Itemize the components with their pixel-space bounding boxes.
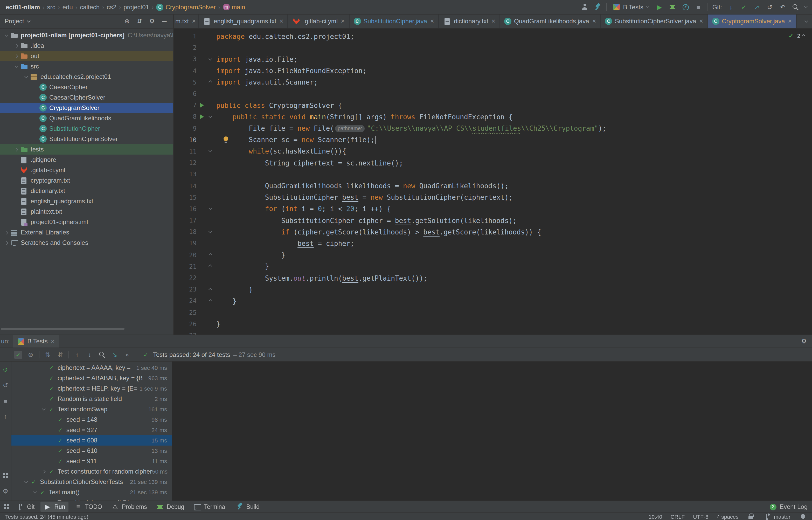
tree-toggle[interactable]	[12, 55, 20, 57]
code-editor[interactable]: 1package edu.caltech.cs2.project01;23imp…	[174, 28, 812, 335]
toolwindow-button-Debug[interactable]: Debug	[153, 501, 187, 512]
tree-item-Scratches and Consoles[interactable]: Scratches and Consoles	[0, 238, 173, 248]
code-text[interactable]: package edu.caltech.cs2.project01;	[214, 31, 812, 42]
scroll-up-icon[interactable]: ↑	[1, 412, 9, 421]
local-history-icon[interactable]: ↺	[766, 3, 774, 11]
test-row[interactable]: ✓seed = 61013 ms	[11, 446, 172, 456]
close-tab-icon[interactable]: ×	[430, 18, 434, 24]
show-ignored-icon[interactable]: ⊘	[26, 350, 35, 359]
search-everywhere-icon[interactable]	[791, 3, 800, 11]
layout-options-icon[interactable]	[1, 471, 9, 480]
toolwindow-button-Git[interactable]: Git	[13, 501, 37, 512]
code-text[interactable]: }	[214, 249, 812, 261]
run-line-icon[interactable]	[200, 103, 204, 108]
intention-bulb-icon[interactable]	[222, 136, 229, 144]
status-message[interactable]: Tests passed: 24 (45 minutes ago)	[5, 514, 88, 520]
readonly-lock-icon[interactable]	[747, 513, 755, 520]
fold-marker-icon[interactable]	[209, 149, 212, 153]
breadcrumb-item[interactable]: ect01-nllam	[4, 3, 42, 11]
tree-toggle[interactable]	[12, 44, 20, 47]
toolwindow-button-TODO[interactable]: ≡TODO	[71, 501, 105, 512]
close-tab-icon[interactable]: ×	[699, 18, 703, 24]
code-line-16[interactable]: 16 for (int i = 0; i < 20; i ++) {	[174, 203, 812, 215]
test-toggle[interactable]	[22, 480, 30, 483]
navigate-with-single-click-icon[interactable]	[98, 350, 106, 359]
git-update-icon[interactable]: ↓	[727, 3, 735, 11]
test-row[interactable]: ✓seed = 91111 ms	[11, 456, 172, 466]
toolwindow-switcher-icon[interactable]	[2, 503, 10, 511]
chevron-down-icon[interactable]	[646, 4, 650, 8]
rerun-failed-tests-icon[interactable]: ↺	[1, 381, 9, 390]
run-tab[interactable]: B Tests ×	[13, 335, 59, 347]
locate-file-icon[interactable]: ⊕	[123, 17, 131, 25]
code-line-21[interactable]: 21 }	[174, 261, 812, 272]
caret-position-widget[interactable]: 10:40	[649, 514, 662, 520]
code-line-2[interactable]: 2	[174, 42, 812, 53]
indent-style-widget[interactable]: 4 spaces	[717, 514, 739, 520]
tree-item-SubstitutionCipher[interactable]: CSubstitutionCipher	[0, 124, 173, 134]
code-text[interactable]: System.out.println(best.getPlainText());	[214, 272, 812, 284]
hide-project-panel-icon[interactable]: ─	[160, 17, 168, 25]
editor-tab[interactable]: CCryptogramSolver.java×	[708, 15, 796, 28]
tree-item-edu.caltech.cs2.project01[interactable]: edu.caltech.cs2.project01	[0, 72, 173, 82]
code-line-11[interactable]: 11 while(sc.hasNextLine()){	[174, 146, 812, 157]
chevron-down-icon[interactable]	[27, 19, 31, 22]
fold-marker-icon[interactable]	[209, 57, 212, 60]
chevron-down-icon[interactable]	[804, 4, 808, 8]
code-text[interactable]: }	[214, 261, 812, 272]
show-hidden-tabs-icon[interactable]	[805, 19, 808, 22]
code-area[interactable]: 1package edu.caltech.cs2.project01;23imp…	[174, 31, 812, 335]
code-text[interactable]	[214, 307, 812, 318]
show-passed-icon[interactable]: ✓	[14, 350, 22, 359]
git-branch-widget[interactable]: master	[763, 513, 790, 520]
tree-item-External Libraries[interactable]: External Libraries	[0, 227, 173, 238]
tree-item-QuadGramLikelihoods[interactable]: CQuadGramLikelihoods	[0, 113, 173, 124]
code-line-10[interactable]: 10 Scanner sc = new Scanner(file);	[174, 134, 812, 146]
code-line-15[interactable]: 15 SubstitutionCipher best = new Substit…	[174, 192, 812, 203]
sort-alphabetically-icon[interactable]: ⇅	[44, 350, 52, 359]
debug-icon[interactable]	[668, 3, 677, 11]
tree-item-src[interactable]: src	[0, 61, 173, 72]
code-line-3[interactable]: 3import java.io.File;	[174, 54, 812, 65]
horizontal-scrollbar[interactable]	[1, 328, 125, 330]
fold-marker-icon[interactable]	[209, 288, 212, 291]
tree-item-CaesarCipherSolver[interactable]: CCaesarCipherSolver	[0, 92, 173, 103]
code-text[interactable]: File file = new File(pathname:"C:\\Users…	[214, 123, 812, 134]
breadcrumb-item[interactable]: edu	[61, 3, 74, 11]
build-project-icon[interactable]	[593, 3, 602, 11]
profiler-icon[interactable]	[681, 3, 689, 11]
code-line-20[interactable]: 20 }	[174, 249, 812, 261]
code-line-1[interactable]: 1package edu.caltech.cs2.project01;	[174, 31, 812, 42]
code-line-22[interactable]: 22 System.out.println(best.getPlainText(…	[174, 272, 812, 284]
code-line-6[interactable]: 6	[174, 88, 812, 100]
test-row[interactable]: ✓Test with ciphertext = ILRI606 ms	[11, 497, 172, 500]
run-panel-settings-icon[interactable]: ⚙	[800, 337, 808, 345]
editor-tab[interactable]: m.txt×	[174, 15, 199, 28]
run-line-icon[interactable]	[200, 114, 204, 120]
close-tab-icon[interactable]: ×	[192, 18, 196, 24]
test-toggle[interactable]	[31, 491, 38, 494]
test-row[interactable]: ✓ciphertext = HELP, key = {E=1 sec 9 ms	[11, 383, 172, 394]
editor-tab[interactable]: CSubstitutionCipherSolver.java×	[601, 15, 708, 28]
project-panel-title[interactable]: Project	[5, 18, 24, 25]
tree-toggle[interactable]	[3, 231, 10, 234]
code-line-4[interactable]: 4import java.io.FileNotFoundException;	[174, 65, 812, 77]
rollback-icon[interactable]: ↶	[779, 3, 787, 11]
tree-item-CryptogramSolver[interactable]: CCryptogramSolver	[0, 103, 173, 113]
tree-toggle[interactable]	[12, 148, 20, 151]
code-line-24[interactable]: 24 }	[174, 295, 812, 307]
close-tab-icon[interactable]: ×	[492, 18, 495, 24]
breadcrumb-item[interactable]: caltech	[78, 3, 101, 11]
next-failed-test-icon[interactable]: ↓	[85, 350, 94, 359]
chevron-up-icon[interactable]	[802, 34, 806, 37]
fold-marker-icon[interactable]	[209, 81, 212, 84]
fold-marker-icon[interactable]	[209, 299, 212, 303]
test-row[interactable]: ✓Random is a static field2 ms	[11, 394, 172, 404]
code-line-26[interactable]: 26}	[174, 318, 812, 330]
code-text[interactable]: import java.io.FileNotFoundException;	[214, 65, 812, 77]
test-runner-settings-icon[interactable]: ⚙	[1, 487, 9, 495]
code-text[interactable]: }	[214, 284, 812, 295]
notifications-icon[interactable]	[799, 513, 807, 520]
toolwindow-button-Build[interactable]: Build	[232, 501, 263, 512]
event-log-button[interactable]: 2Event Log	[770, 503, 808, 511]
